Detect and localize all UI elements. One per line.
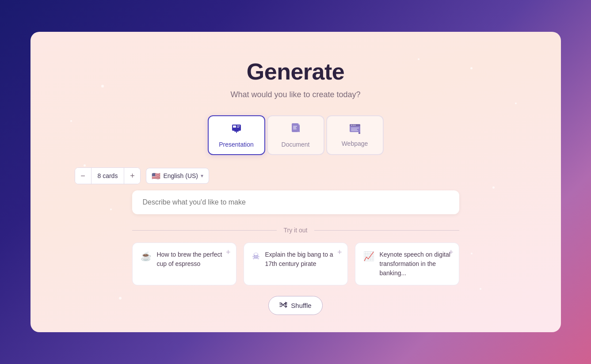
shuffle-button[interactable]: Shuffle <box>268 296 322 315</box>
tab-document-label: Document <box>282 141 310 148</box>
language-selector[interactable]: 🇺🇸 English (US) ▾ <box>146 168 209 184</box>
decorative-dot <box>70 120 72 122</box>
shuffle-icon <box>279 301 287 310</box>
svg-rect-10 <box>293 129 297 129</box>
tab-document[interactable]: Document <box>267 115 324 155</box>
webpage-icon <box>349 123 361 136</box>
language-label: English (US) <box>163 172 198 179</box>
coffee-icon: ☕ <box>141 251 152 262</box>
svg-rect-8 <box>293 126 297 127</box>
svg-rect-17 <box>351 129 357 130</box>
page-title: Generate <box>247 58 344 85</box>
decorative-dot <box>418 58 419 60</box>
presentation-icon <box>230 122 243 137</box>
pirate-icon: ☠ <box>252 251 260 262</box>
tab-webpage[interactable]: Webpage <box>326 115 384 155</box>
svg-point-14 <box>352 125 353 125</box>
svg-rect-2 <box>236 132 237 133</box>
tab-webpage-label: Webpage <box>342 140 368 147</box>
page-subtitle: What would you like to create today? <box>230 90 360 99</box>
decorative-dot <box>471 253 473 254</box>
decorative-dot <box>119 297 122 300</box>
example-text-espresso: How to brew the perfect cup of espresso <box>157 250 228 269</box>
divider-right <box>314 230 459 231</box>
main-card: Generate What would you like to create t… <box>31 32 561 332</box>
type-selector: Presentation Document <box>208 115 384 155</box>
example-text-keynote: Keynote speech on digital transformation… <box>380 250 451 278</box>
flag-icon: 🇺🇸 <box>152 172 160 180</box>
svg-rect-3 <box>233 125 236 128</box>
example-card-pirate[interactable]: ☠ Explain the big bang to a 17th century… <box>244 243 348 285</box>
chevron-down-icon: ▾ <box>201 173 203 179</box>
svg-rect-7 <box>298 125 300 132</box>
divider-left <box>132 230 277 231</box>
svg-rect-20 <box>358 133 360 134</box>
svg-rect-9 <box>293 127 296 128</box>
decorative-dot <box>84 164 86 167</box>
example-cards: ☕ How to brew the perfect cup of espress… <box>132 243 459 285</box>
card-count-display: 8 cards <box>91 168 125 184</box>
tab-presentation-label: Presentation <box>219 141 254 148</box>
svg-rect-18 <box>351 130 358 131</box>
count-control: − 8 cards + <box>75 167 141 184</box>
document-icon <box>290 122 301 137</box>
decorative-dot <box>515 102 517 104</box>
search-input[interactable] <box>132 190 459 214</box>
svg-rect-5 <box>237 127 239 128</box>
svg-point-15 <box>354 125 355 125</box>
example-text-pirate: Explain the big bang to a 17th century p… <box>265 250 339 269</box>
svg-point-13 <box>351 125 351 125</box>
decorative-dot <box>101 85 104 87</box>
svg-rect-16 <box>351 128 359 129</box>
svg-rect-1 <box>234 131 239 132</box>
search-input-container <box>132 190 459 214</box>
svg-rect-4 <box>237 125 240 126</box>
chart-icon: 📈 <box>363 251 374 262</box>
decrement-button[interactable]: − <box>75 168 91 184</box>
add-button-espresso[interactable]: + <box>226 248 231 256</box>
shuffle-label: Shuffle <box>291 302 311 309</box>
try-it-out-section: Try it out <box>132 227 459 234</box>
decorative-dot <box>110 209 112 210</box>
add-button-pirate[interactable]: + <box>337 248 342 256</box>
example-card-keynote[interactable]: 📈 Keynote speech on digital transformati… <box>355 243 459 285</box>
increment-button[interactable]: + <box>124 168 140 184</box>
controls-row: − 8 cards + 🇺🇸 English (US) ▾ <box>75 167 210 184</box>
add-button-keynote[interactable]: + <box>449 248 454 256</box>
tab-presentation[interactable]: Presentation <box>208 115 265 155</box>
try-it-out-label: Try it out <box>284 227 308 234</box>
decorative-dot <box>492 186 495 189</box>
decorative-dot <box>480 288 481 290</box>
decorative-dot <box>470 67 473 69</box>
example-card-espresso[interactable]: ☕ How to brew the perfect cup of espress… <box>132 243 236 285</box>
